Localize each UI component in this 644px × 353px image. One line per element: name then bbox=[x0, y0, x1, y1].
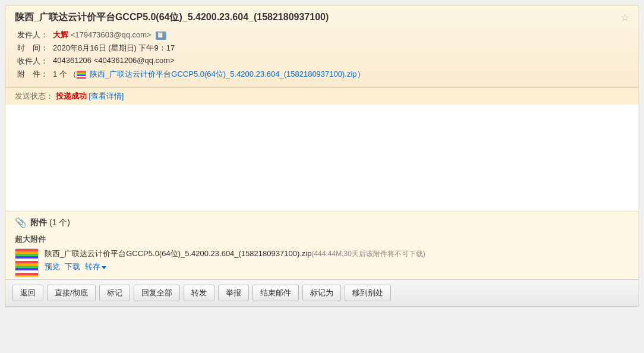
sender-label: 发件人： bbox=[15, 29, 50, 42]
bottom-toolbar: 返回直接/彻底标记回复全部转发举报结束邮件标记为移到别处 bbox=[5, 279, 639, 306]
zip-icon-visual bbox=[15, 248, 39, 277]
attachment-zip-icon bbox=[15, 248, 39, 272]
attachments-count-badge: (1 个) bbox=[49, 218, 70, 228]
delivery-status-text: 投递成功 bbox=[56, 92, 87, 100]
email-header: 陕西_广联达云计价平台GCCP5.0(64位)_5.4200.23.604_(1… bbox=[5, 5, 639, 87]
mark-button[interactable]: 标记 bbox=[99, 285, 130, 301]
recipient-row: 收件人： 404361206 <404361206@qq.com> bbox=[15, 55, 629, 68]
back-button[interactable]: 返回 bbox=[12, 285, 43, 301]
attachment-inline-row: 附 件： 1 个 （ 陕西_广联达云计 bbox=[15, 68, 629, 81]
svg-rect-5 bbox=[77, 76, 86, 77]
address-book-icon[interactable] bbox=[156, 31, 166, 40]
time-value: 2020年8月16日 (星期日) 下午9：17 bbox=[50, 42, 629, 55]
sender-email: <179473603@qq.com> bbox=[71, 30, 151, 39]
attachment-inline-label: 附 件： bbox=[15, 68, 50, 81]
recipient-value: 404361206 <404361206@qq.com> bbox=[50, 55, 629, 68]
recipient-label: 收件人： bbox=[15, 55, 50, 68]
svg-rect-6 bbox=[77, 77, 86, 78]
sender-value: 大辉 <179473603@qq.com> bbox=[50, 29, 629, 42]
delivery-detail-link[interactable]: [查看详情] bbox=[89, 92, 124, 100]
sender-row: 发件人： 大辉 <179473603@qq.com> bbox=[15, 29, 629, 42]
transfer-chevron-icon bbox=[102, 266, 106, 269]
attachment-count-text: 1 个 bbox=[53, 70, 67, 78]
delivery-status-bar: 发送状态： 投递成功 [查看详情] bbox=[5, 87, 639, 105]
download-link[interactable]: 下载 bbox=[65, 261, 80, 272]
email-meta-table: 发件人： 大辉 <179473603@qq.com> 时 间： 2020年8月1… bbox=[15, 29, 629, 81]
preview-link[interactable]: 预览 bbox=[45, 261, 60, 272]
star-icon[interactable]: ☆ bbox=[621, 12, 629, 23]
attachment-inline-value: 1 个 （ 陕西_广联达云计价平台GCCP5.0(64位)_5.4200.2 bbox=[50, 68, 629, 81]
end-email-button[interactable]: 结束邮件 bbox=[252, 285, 299, 301]
svg-rect-3 bbox=[77, 74, 86, 75]
svg-rect-2 bbox=[77, 73, 86, 74]
delivery-label: 发送状态： bbox=[15, 92, 53, 100]
attachment-meta: (444.44M,30天后该附件将不可下载) bbox=[311, 250, 425, 258]
mark-as-button[interactable]: 标记为 bbox=[302, 285, 341, 301]
time-row: 时 间： 2020年8月16日 (星期日) 下午9：17 bbox=[15, 42, 629, 55]
forward-button[interactable]: 转发 bbox=[184, 285, 214, 301]
email-body bbox=[5, 105, 639, 212]
attachments-section-title: 附件 bbox=[30, 218, 47, 228]
reply-all-button[interactable]: 回复全部 bbox=[134, 285, 180, 301]
sender-name: 大辉 bbox=[53, 30, 68, 39]
svg-rect-1 bbox=[77, 71, 86, 73]
attachment-actions: 预览 下载 转存 bbox=[45, 261, 629, 272]
attachments-section: 📎 附件 (1 个) 超大附件 陕西_广联达云计价平台GCCP5.0(64位)_… bbox=[5, 212, 639, 279]
thorough-delete-button[interactable]: 直接/彻底 bbox=[47, 285, 96, 301]
move-button[interactable]: 移到别处 bbox=[345, 285, 391, 301]
email-title: 陕西_广联达云计价平台GCCP5.0(64位)_5.4200.23.604_(1… bbox=[15, 11, 616, 24]
super-attachment-label: 超大附件 bbox=[15, 234, 629, 245]
attachment-info: 陕西_广联达云计价平台GCCP5.0(64位)_5.4200.23.604_(1… bbox=[45, 248, 629, 272]
report-button[interactable]: 举报 bbox=[218, 285, 249, 301]
attachment-item: 陕西_广联达云计价平台GCCP5.0(64位)_5.4200.23.604_(1… bbox=[15, 248, 629, 272]
attachment-file-icon-inline bbox=[77, 71, 86, 79]
attachment-inline-filename[interactable]: 陕西_广联达云计价平台GCCP5.0(64位)_5.4200.23.604_(1… bbox=[90, 70, 356, 78]
svg-rect-4 bbox=[77, 75, 86, 76]
zip-stripes bbox=[15, 249, 38, 276]
time-label: 时 间： bbox=[15, 42, 50, 55]
email-container: 陕西_广联达云计价平台GCCP5.0(64位)_5.4200.23.604_(1… bbox=[5, 5, 639, 307]
transfer-button[interactable]: 转存 bbox=[85, 261, 106, 272]
clip-icon: 📎 bbox=[15, 217, 27, 228]
email-title-row: 陕西_广联达云计价平台GCCP5.0(64位)_5.4200.23.604_(1… bbox=[15, 11, 629, 24]
attachments-header: 📎 附件 (1 个) bbox=[15, 217, 629, 228]
attachment-filename: 陕西_广联达云计价平台GCCP5.0(64位)_5.4200.23.604_(1… bbox=[45, 248, 629, 259]
